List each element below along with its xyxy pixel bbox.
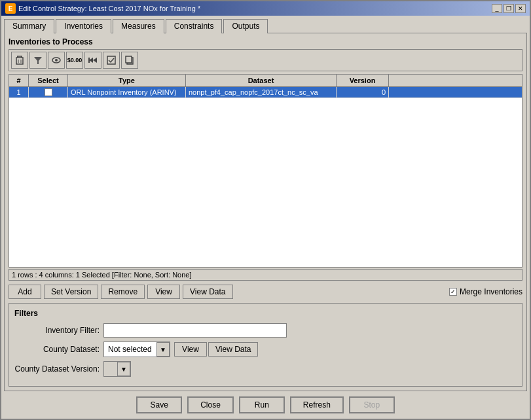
col-type: Type <box>68 75 186 86</box>
table-status: 1 rows : 4 columns: 1 Selected [Filter: … <box>9 269 522 281</box>
window-title: Edit Control Strategy: Least Cost 2017 N… <box>18 5 200 12</box>
rewind-button[interactable] <box>84 52 101 69</box>
filters-title: Filters <box>14 309 517 318</box>
set-version-button[interactable]: Set Version <box>44 285 98 299</box>
merge-inventories-checkbox[interactable]: ✓ <box>449 288 457 296</box>
county-dataset-dropdown-button[interactable]: ▼ <box>156 342 170 357</box>
county-version-value <box>104 368 117 370</box>
view-button[interactable] <box>48 52 65 69</box>
cell-num: 1 <box>9 87 29 97</box>
minimize-button[interactable]: _ <box>492 4 502 13</box>
close-button[interactable]: Close <box>187 396 234 413</box>
section-title: Inventories to Process <box>9 37 522 46</box>
delete-button[interactable] <box>11 52 28 69</box>
content-area: Summary Inventories Measures Constraints… <box>1 16 530 419</box>
county-dataset-wrapper: Not selected ▼ View View Data <box>103 341 258 357</box>
delete-icon <box>14 55 25 65</box>
table-header: # Select Type Dataset Version <box>9 75 522 87</box>
rewind-icon <box>88 55 98 65</box>
merge-inventories-container: ✓ Merge Inventories <box>449 287 522 296</box>
cell-dataset: nonpt_pf4_cap_nopfc_2017ct_nc_sc_va <box>186 87 337 97</box>
restore-button[interactable]: ❐ <box>504 4 514 13</box>
bottom-buttons-row: Save Close Run Refresh Stop <box>4 391 527 416</box>
county-version-label: County Dataset Version: <box>14 364 100 374</box>
title-bar: E Edit Control Strategy: Least Cost 2017… <box>1 1 530 16</box>
merge-inventories-label: Merge Inventories <box>460 287 522 296</box>
cell-select[interactable]: ✓ <box>29 87 68 97</box>
app-icon: E <box>5 3 16 14</box>
svg-rect-11 <box>88 58 90 63</box>
check-icon: ✓ <box>46 89 51 96</box>
svg-marker-10 <box>93 58 97 63</box>
county-dataset-label: County Dataset: <box>14 345 100 354</box>
action-buttons-row: Add Set Version Remove View View Data ✓ … <box>9 285 522 299</box>
select-button[interactable] <box>103 52 120 69</box>
inventory-filter-row: Inventory Filter: <box>14 323 517 338</box>
check-square-icon <box>106 55 117 65</box>
county-dataset-select-container: Not selected ▼ <box>103 341 170 357</box>
eye-icon <box>51 55 62 65</box>
remove-button[interactable]: Remove <box>101 285 145 299</box>
filter-button[interactable] <box>29 52 46 69</box>
window-controls: _ ❐ ✕ <box>492 4 526 13</box>
cell-type: ORL Nonpoint Inventory (ARINV) <box>68 87 186 97</box>
county-view-button[interactable]: View <box>174 342 207 357</box>
run-button[interactable]: Run <box>239 396 285 413</box>
copy-button[interactable] <box>121 52 138 69</box>
tab-outputs[interactable]: Outputs <box>223 19 268 33</box>
tab-content-inventories: Inventories to Process <box>4 33 527 391</box>
county-version-dropdown-button[interactable]: ▼ <box>117 362 130 376</box>
add-button[interactable]: Add <box>9 285 41 299</box>
cell-version: 0 <box>337 87 389 97</box>
col-version: Version <box>337 75 389 86</box>
county-version-row: County Dataset Version: ▼ <box>14 361 517 377</box>
view-inventory-button[interactable]: View <box>147 285 180 299</box>
table-body: 1 ✓ ORL Nonpoint Inventory (ARINV) nonpt… <box>9 87 522 267</box>
filters-section: Filters Inventory Filter: County Dataset… <box>9 303 522 387</box>
tab-bar: Summary Inventories Measures Constraints… <box>4 18 527 33</box>
tab-summary[interactable]: Summary <box>4 19 54 33</box>
col-select: Select <box>29 75 68 86</box>
stop-button[interactable]: Stop <box>349 396 395 413</box>
view-data-button[interactable]: View Data <box>183 285 232 299</box>
svg-point-8 <box>55 59 58 61</box>
main-window: E Edit Control Strategy: Least Cost 2017… <box>0 0 531 420</box>
refresh-button[interactable]: Refresh <box>290 396 344 413</box>
svg-rect-0 <box>16 58 23 64</box>
county-view-data-button[interactable]: View Data <box>208 342 258 357</box>
copy-icon <box>124 55 135 65</box>
county-version-select-container: ▼ <box>103 361 131 377</box>
tab-inventories[interactable]: Inventories <box>56 19 111 33</box>
row-checkbox[interactable]: ✓ <box>45 88 52 96</box>
save-button[interactable]: Save <box>136 396 182 413</box>
county-dataset-row: County Dataset: Not selected ▼ View View… <box>14 341 517 357</box>
inventory-filter-input[interactable] <box>103 323 287 338</box>
svg-rect-14 <box>126 56 132 63</box>
inventory-filter-label: Inventory Filter: <box>14 326 100 335</box>
tab-measures[interactable]: Measures <box>113 19 164 33</box>
cost-button[interactable]: $0.00 <box>66 52 83 69</box>
col-num: # <box>9 75 29 86</box>
county-dataset-value: Not selected <box>104 343 156 355</box>
table-row[interactable]: 1 ✓ ORL Nonpoint Inventory (ARINV) nonpt… <box>9 87 522 98</box>
dollar-icon: $0.00 <box>67 57 82 63</box>
filter-icon <box>33 55 43 65</box>
svg-marker-6 <box>34 57 42 64</box>
inventory-toolbar: $0.00 <box>9 49 522 71</box>
tab-constraints[interactable]: Constraints <box>166 19 223 33</box>
inventory-table: # Select Type Dataset Version 1 ✓ O <box>9 74 522 268</box>
close-button[interactable]: ✕ <box>515 4 526 13</box>
col-dataset: Dataset <box>186 75 337 86</box>
svg-rect-12 <box>107 56 115 64</box>
title-bar-left: E Edit Control Strategy: Least Cost 2017… <box>5 3 200 14</box>
